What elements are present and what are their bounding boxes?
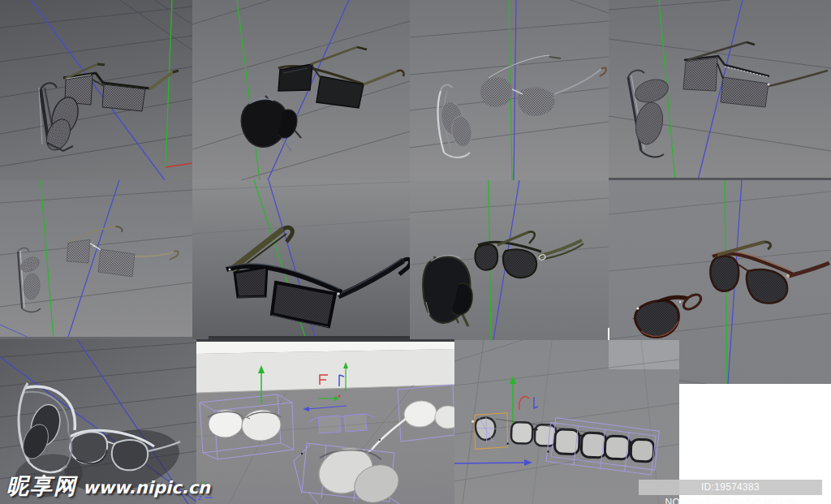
panel-divider — [608, 328, 609, 340]
viewport-r1c4-halfrim-glasses — [609, 0, 831, 180]
viewport-r2c2-black-rectangular-glasses — [192, 180, 410, 339]
corner-axis-gizmo: Y Z — [198, 480, 213, 502]
viewport-r3c1-sport-sunglasses — [0, 339, 196, 504]
panel-edge — [196, 339, 454, 342]
y-axis-label: Y — [200, 480, 205, 487]
aviator-glasses — [207, 408, 282, 442]
grid-lines — [192, 182, 410, 234]
grid-lines — [0, 0, 192, 166]
viewport-r1c3-rimless-sunglasses — [410, 0, 609, 180]
rimless-aviator — [364, 385, 454, 452]
y-axis-line — [41, 180, 54, 339]
glasses-folded — [18, 248, 41, 312]
glasses-open — [710, 242, 829, 304]
glasses-open — [226, 227, 410, 327]
viewport-r2c1-rimless-glasses — [0, 180, 192, 339]
wireframe-glasses — [308, 414, 375, 433]
viewport-r3c2-wireframe-aviators: Y Z — [196, 339, 454, 504]
y-axis-line — [237, 0, 260, 180]
image-id-badge: ID:19574383 NO:20221208093145461125 — [639, 480, 822, 495]
glasses-folded — [241, 96, 301, 151]
glasses-folded — [438, 85, 474, 157]
glasses-folded — [628, 71, 671, 157]
viewport-r1c1-halfrim-glasses — [0, 0, 192, 180]
glasses-open — [278, 47, 404, 108]
vertex-dot — [379, 439, 381, 441]
glasses-open — [480, 55, 606, 115]
z-axis-label: Z — [198, 494, 202, 502]
screenshot-collage: Y Z — [0, 0, 831, 504]
glasses-row — [470, 411, 660, 475]
translate-arrow — [454, 459, 532, 466]
glasses-open — [67, 226, 179, 277]
viewport-r2c3-wrap-sunglasses — [410, 180, 609, 340]
x-axis-line — [166, 163, 192, 167]
vertex-dot — [301, 453, 303, 454]
tilted-aviator — [294, 440, 405, 504]
glasses-open — [475, 231, 583, 278]
viewport-r1c2-metal-sunglasses — [192, 0, 410, 180]
glasses-folded — [635, 291, 704, 337]
y-axis-line — [166, 0, 172, 167]
glasses-folded — [423, 256, 472, 326]
